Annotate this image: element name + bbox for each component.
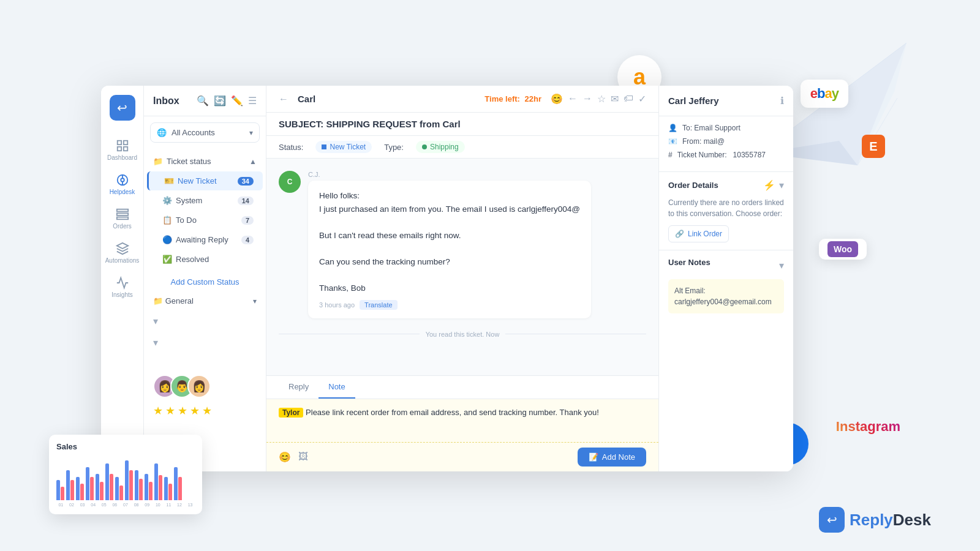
chart-label-11: 12 — [175, 503, 184, 507]
ebay-logo-float: ebay — [801, 80, 848, 108]
collapse-order-icon[interactable]: ▾ — [779, 179, 784, 191]
nav-item-helpdesk[interactable]: Helpdesk — [101, 167, 143, 201]
emoji-picker-icon[interactable]: 😊 — [279, 451, 291, 463]
search-icon[interactable]: 🔍 — [197, 95, 209, 107]
sidebar-item-todo[interactable]: 📋 To Do 7 — [147, 211, 263, 230]
star-icon[interactable]: ☆ — [597, 93, 606, 105]
ebay-icon: ebay — [810, 86, 839, 101]
new-ticket-count: 34 — [238, 177, 254, 186]
next-ticket-icon[interactable]: → — [582, 93, 592, 105]
bar-blue-5 — [105, 463, 109, 500]
awaiting-count: 4 — [241, 236, 254, 244]
instagram-logo-float: Instagram — [836, 419, 900, 435]
tab-note[interactable]: Note — [318, 376, 355, 399]
email-icon[interactable]: ✉ — [611, 93, 619, 105]
bar-red-5 — [110, 474, 113, 500]
accounts-selector[interactable]: 🌐 All Accounts ▾ — [150, 122, 260, 143]
message-avatar: C — [279, 171, 301, 193]
time-left: Time left: 22hr — [484, 94, 541, 103]
type-badge: Shipping — [416, 141, 465, 153]
inbox-title: Inbox — [153, 96, 179, 107]
emoji-reaction-icon[interactable]: 😊 — [551, 93, 563, 105]
etsy-icon: E — [862, 135, 885, 158]
reply-tabs: Reply Note — [266, 376, 658, 399]
chart-bar-group — [164, 477, 172, 500]
chart-label-2: 03 — [78, 503, 87, 507]
image-attach-icon[interactable]: 🖼 — [298, 451, 308, 463]
order-empty-text: Currently there are no orders linked to … — [668, 197, 784, 219]
bar-red-9 — [149, 482, 153, 500]
chart-bar-group — [86, 467, 94, 500]
sidebar-collapse-2[interactable]: ▾ — [144, 332, 266, 353]
reply-input-area[interactable]: Tylor Please link recent order from emai… — [266, 399, 658, 442]
helpdesk-icon — [116, 173, 129, 187]
chart-label-0: 01 — [56, 503, 66, 507]
prev-ticket-icon[interactable]: ← — [568, 93, 578, 105]
collapse-arrow-icon[interactable]: ▲ — [249, 157, 257, 166]
bar-red-4 — [100, 482, 104, 500]
link-order-button[interactable]: 🔗 Link Order — [668, 225, 729, 242]
bar-blue-3 — [86, 467, 89, 500]
tab-reply[interactable]: Reply — [279, 376, 318, 399]
chevron-down-icon-1: ▾ — [153, 315, 158, 327]
nav-dashboard-label: Dashboard — [107, 154, 137, 161]
chart-label-3: 04 — [89, 503, 98, 507]
sidebar-item-system[interactable]: ⚙️ System 14 — [147, 191, 263, 210]
nav-item-dashboard[interactable]: Dashboard — [101, 133, 143, 167]
collapse-notes-icon[interactable]: ▾ — [779, 260, 784, 271]
chart-bar-group — [96, 474, 104, 500]
bar-blue-11 — [164, 477, 168, 500]
sidebar-item-awaiting-reply[interactable]: 🔵 Awaiting Reply 4 — [147, 230, 263, 249]
nav-item-automations[interactable]: Automations — [101, 236, 143, 270]
read-divider: You read this ticket. Now — [279, 331, 646, 338]
awaiting-icon: 🔵 — [162, 235, 172, 244]
add-note-button[interactable]: 📝 Add Note — [578, 448, 646, 467]
refresh-icon[interactable]: 🔄 — [214, 95, 226, 107]
nav-insights-label: Insights — [111, 291, 132, 298]
list-icon[interactable]: ☰ — [248, 95, 257, 107]
system-icon: ⚙️ — [162, 196, 172, 205]
translate-button[interactable]: Translate — [360, 300, 397, 310]
add-custom-status-button[interactable]: Add Custom Status — [144, 272, 266, 291]
tag-mention: Tylor — [279, 408, 303, 418]
general-section[interactable]: 📁 General ▾ — [144, 291, 266, 310]
check-icon[interactable]: ✓ — [638, 93, 646, 105]
back-button[interactable]: ← — [279, 94, 288, 105]
bar-red-8 — [139, 479, 143, 500]
main-content: ← Carl Time left: 22hr 😊 ← → ☆ ✉ 🏷 ✓ SUB… — [266, 86, 658, 471]
chart-bar-group — [76, 477, 84, 500]
bar-red-6 — [119, 485, 123, 500]
sidebar-collapse-1[interactable]: ▾ — [144, 310, 266, 332]
etsy-badge-float: E — [862, 135, 885, 158]
contact-to: 👤 To: Email Support — [668, 124, 784, 132]
general-collapse-icon[interactable]: ▾ — [253, 297, 257, 305]
ticket-hash-icon: # — [668, 151, 673, 159]
header-actions: 😊 ← → ☆ ✉ 🏷 ✓ — [551, 93, 646, 105]
sidebar-item-resolved[interactable]: ✅ Resolved — [147, 250, 263, 269]
bar-red-7 — [129, 470, 133, 500]
bar-red-3 — [90, 477, 94, 500]
user-notes-title: User Notes — [668, 258, 710, 267]
lightning-icon[interactable]: ⚡ — [763, 179, 775, 191]
chevron-down-icon: ▾ — [249, 129, 253, 137]
accounts-label: All Accounts — [172, 128, 215, 137]
chart-bar-group — [125, 460, 133, 500]
note-icon: 📝 — [589, 452, 598, 462]
new-ticket-icon: 🎫 — [164, 176, 174, 186]
info-icon[interactable]: ℹ — [780, 95, 784, 107]
compose-icon[interactable]: ✏️ — [231, 95, 243, 107]
bar-blue-12 — [174, 467, 178, 500]
bar-red-0 — [61, 487, 64, 500]
nav-item-orders[interactable]: Orders — [101, 201, 143, 236]
right-panel-header: Carl Jeffery ℹ — [659, 86, 793, 116]
nav-item-insights[interactable]: Insights — [101, 270, 143, 304]
right-panel: Carl Jeffery ℹ 👤 To: Email Support 📧 Fro… — [658, 86, 793, 471]
chart-bar-group — [145, 474, 153, 500]
chart-labels: 01020304050607080910111213 — [56, 503, 195, 507]
app-logo[interactable]: ↩ — [110, 95, 135, 121]
ticket-status-title[interactable]: 📁 Ticket status ▲ — [144, 152, 266, 171]
tag-icon[interactable]: 🏷 — [624, 93, 633, 105]
contact-ticket-number: # Ticket Number: 10355787 — [668, 151, 784, 159]
sidebar-item-new-ticket[interactable]: 🎫 New Ticket 34 — [147, 171, 263, 190]
rating-stars: ★ ★ ★ ★ ★ — [153, 404, 257, 418]
